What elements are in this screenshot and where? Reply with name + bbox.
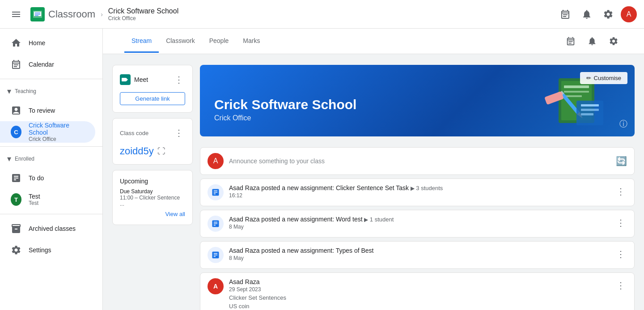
calendar-label: Calendar (29, 61, 54, 68)
sidebar-item-archived[interactable]: Archived classes (0, 218, 95, 239)
breadcrumb-title: Crick Software School (108, 7, 178, 15)
page-content: Meet ⋮ Generate link Class code ⋮ zoidd5… (105, 54, 642, 310)
bell-icon-button[interactable] (578, 5, 596, 23)
pencil-icon: ✏ (586, 75, 591, 81)
tab-marks[interactable]: Marks (236, 30, 267, 53)
svg-rect-11 (564, 91, 589, 93)
post-card-4: A Asad Raza 29 Sept 2023 Clicker Set Sen… (200, 272, 635, 310)
crick-class-name-stack: Crick Software School Crick Office (29, 122, 85, 142)
svg-rect-10 (564, 85, 589, 88)
teaching-section-header[interactable]: ▾ Teaching (0, 83, 102, 100)
archive-icon (11, 223, 21, 234)
post-4-extra2: US coin (229, 303, 609, 310)
post-2-menu-btn[interactable]: ⋮ (614, 216, 627, 230)
tab-stream[interactable]: Stream (124, 30, 159, 53)
settings-label: Settings (29, 246, 51, 254)
tab-people[interactable]: People (202, 30, 236, 53)
menu-button[interactable] (7, 5, 25, 23)
post-card-3: Asad Raza posted a new assignment: Types… (200, 241, 635, 269)
tab-notifications-btn[interactable] (583, 32, 601, 50)
sidebar-divider-1 (0, 79, 102, 79)
sidebar-item-to-review[interactable]: To review (0, 100, 95, 121)
svg-rect-18 (581, 104, 599, 106)
banner-info-icon[interactable]: ⓘ (619, 119, 627, 129)
meet-card-header: Meet ⋮ (120, 72, 185, 87)
layout: Home Calendar ▾ Teaching To review C Cri… (0, 29, 644, 310)
generate-link-button[interactable]: Generate link (120, 92, 185, 105)
customize-label: Customise (594, 75, 621, 81)
post-1-menu-btn[interactable]: ⋮ (614, 184, 627, 199)
topbar-right: A (556, 5, 637, 23)
sidebar-item-calendar[interactable]: Calendar (0, 54, 95, 75)
user-avatar[interactable]: A (621, 6, 637, 22)
meet-card: Meet ⋮ Generate link (112, 65, 193, 113)
test-class-icon: T (11, 193, 21, 206)
to-do-label: To do (29, 174, 44, 182)
home-icon (11, 38, 21, 48)
upcoming-item: 11:00 – Clicker Sentence ... (120, 195, 185, 207)
meet-menu-btn[interactable]: ⋮ (173, 72, 185, 87)
sidebar-item-home[interactable]: Home (0, 32, 95, 54)
sidebar-item-to-do[interactable]: To do (0, 167, 95, 189)
post-4-menu-btn[interactable]: ⋮ (614, 278, 627, 293)
customize-button[interactable]: ✏ Customise (580, 72, 627, 84)
sidebar-item-settings[interactable]: Settings (0, 239, 95, 261)
crick-class-avatar: C (11, 126, 21, 138)
main-content: Stream Classwork People Marks (103, 29, 644, 310)
post-1-content: Asad Raza posted a new assignment: Click… (229, 184, 609, 199)
post-1-title: Asad Raza posted a new assignment: Click… (229, 184, 609, 191)
post-3-menu-btn[interactable]: ⋮ (614, 247, 627, 261)
post-1-time: 16:12 (229, 192, 609, 199)
crick-class-name: Crick Software School (29, 122, 85, 136)
upcoming-title: Upcoming (120, 178, 185, 185)
sidebar-item-test[interactable]: T Test Test (0, 189, 95, 210)
post-2-title: Asad Raza posted a new assignment: Word … (229, 216, 609, 223)
post-4-name: Asad Raza (229, 278, 609, 285)
sidebar-item-crick[interactable]: C Crick Software School Crick Office (0, 121, 95, 143)
to-review-label: To review (29, 107, 55, 114)
settings-icon-button[interactable] (599, 5, 617, 23)
announce-input[interactable]: Announce something to your class (229, 157, 610, 165)
enrolled-chevron-icon: ▾ (7, 154, 11, 164)
tabs-right-icons (562, 29, 623, 54)
class-code-menu-btn[interactable]: ⋮ (173, 126, 185, 140)
announce-bar[interactable]: A Announce something to your class 🔄 (200, 147, 635, 175)
teaching-label: Teaching (15, 88, 36, 94)
test-class-sub: Test (29, 200, 40, 206)
assignment-icon-3 (208, 247, 224, 263)
post-card-1: Asad Raza posted a new assignment: Click… (200, 178, 635, 206)
post-2-content: Asad Raza posted a new assignment: Word … (229, 216, 609, 230)
post-3-time: 8 May (229, 255, 609, 261)
class-banner: ✏ Customise Crick Software School Crick … (200, 65, 635, 136)
assignment-icon-1 (208, 184, 224, 200)
enrolled-label: Enrolled (15, 156, 34, 162)
topbar: Classroom › Crick Software School Crick … (0, 0, 644, 29)
meet-logo-icon (120, 74, 131, 85)
archived-label: Archived classes (29, 225, 76, 232)
breadcrumb-chevron-icon: › (101, 11, 103, 18)
calendar-icon-button[interactable] (556, 5, 574, 23)
tab-classwork[interactable]: Classwork (159, 30, 202, 53)
app-logo[interactable]: Classroom (30, 7, 95, 21)
post-3-title: Asad Raza posted a new assignment: Types… (229, 247, 609, 254)
tab-settings-btn[interactable] (605, 32, 623, 50)
svg-rect-3 (35, 13, 40, 13)
post-3-content: Asad Raza posted a new assignment: Types… (229, 247, 609, 261)
upcoming-due-label: Due Saturday (120, 188, 185, 195)
class-code-text: zoidd5y (120, 145, 154, 157)
svg-rect-4 (35, 14, 40, 15)
class-code-card: Class code ⋮ zoidd5y ⛶ (112, 118, 193, 165)
view-all-link[interactable]: View all (120, 211, 185, 217)
expand-code-icon[interactable]: ⛶ (157, 147, 165, 156)
app-name-label: Classroom (48, 8, 95, 20)
test-class-name-stack: Test Test (29, 193, 40, 206)
class-code-header: Class code ⋮ (120, 126, 185, 140)
calendar-icon (11, 59, 21, 70)
announce-avatar: A (208, 153, 224, 169)
refresh-icon[interactable]: 🔄 (616, 156, 627, 166)
tab-calendar-icon-btn[interactable] (562, 32, 580, 50)
svg-rect-5 (35, 15, 38, 16)
enrolled-section-header[interactable]: ▾ Enrolled (0, 150, 102, 167)
post-4-extra1: Clicker Set Sentences (229, 294, 609, 301)
topbar-left: Classroom › Crick Software School Crick … (7, 5, 178, 23)
